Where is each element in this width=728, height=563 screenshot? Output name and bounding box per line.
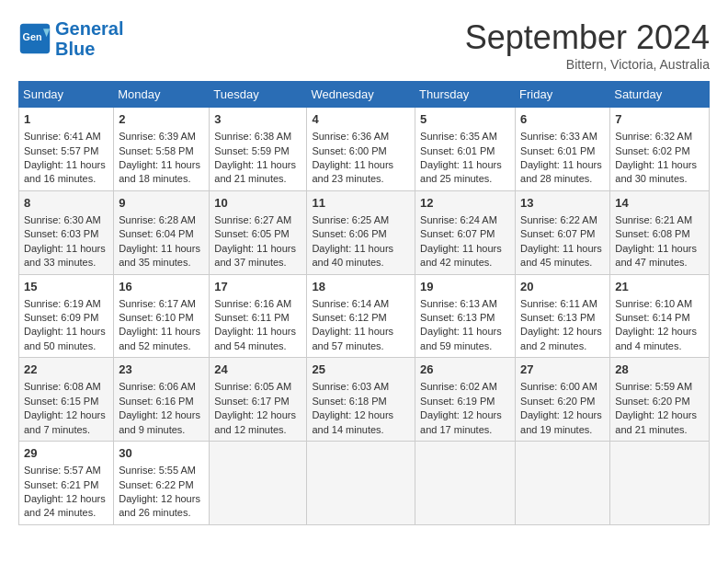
sunset-info: Sunset: 6:05 PM: [214, 228, 289, 239]
day-number: 7: [615, 111, 704, 128]
table-row: 9Sunrise: 6:28 AMSunset: 6:04 PMDaylight…: [114, 190, 210, 274]
logo-text: General Blue: [55, 18, 123, 59]
calendar-week-row: 29Sunrise: 5:57 AMSunset: 6:21 PMDayligh…: [19, 442, 710, 525]
table-row: [307, 442, 415, 525]
day-number: 17: [214, 279, 301, 295]
sunset-info: Sunset: 6:17 PM: [214, 396, 289, 407]
table-row: 17Sunrise: 6:16 AMSunset: 6:11 PMDayligh…: [210, 274, 307, 358]
day-number: 30: [119, 445, 204, 462]
day-number: 12: [420, 195, 510, 212]
sunrise-info: Sunrise: 6:00 AM: [520, 381, 597, 392]
sunset-info: Sunset: 6:04 PM: [119, 228, 193, 239]
sunrise-info: Sunrise: 6:38 AM: [214, 131, 291, 142]
daylight-info: Daylight: 11 hours and 33 minutes.: [24, 243, 106, 268]
table-row: 24Sunrise: 6:05 AMSunset: 6:17 PMDayligh…: [210, 358, 307, 442]
sunset-info: Sunset: 6:14 PM: [615, 312, 689, 323]
sunset-info: Sunset: 6:15 PM: [24, 396, 98, 407]
sunset-info: Sunset: 6:19 PM: [420, 396, 495, 407]
table-row: 27Sunrise: 6:00 AMSunset: 6:20 PMDayligh…: [516, 358, 610, 442]
day-number: 15: [24, 279, 108, 295]
table-row: 16Sunrise: 6:17 AMSunset: 6:10 PMDayligh…: [114, 274, 210, 358]
daylight-info: Daylight: 11 hours and 28 minutes.: [520, 159, 602, 184]
table-row: 26Sunrise: 6:02 AMSunset: 6:19 PMDayligh…: [415, 358, 516, 442]
daylight-info: Daylight: 12 hours and 26 minutes.: [119, 493, 200, 518]
day-number: 19: [420, 279, 510, 295]
day-number: 23: [119, 362, 204, 378]
table-row: 1Sunrise: 6:41 AMSunset: 5:57 PMDaylight…: [19, 108, 114, 191]
sunset-info: Sunset: 6:02 PM: [615, 145, 689, 156]
logo-general: General: [55, 18, 123, 39]
sunset-info: Sunset: 5:58 PM: [119, 145, 193, 156]
sunrise-info: Sunrise: 6:36 AM: [312, 131, 389, 142]
daylight-info: Daylight: 11 hours and 35 minutes.: [119, 243, 200, 268]
daylight-info: Daylight: 11 hours and 50 minutes.: [24, 326, 106, 350]
sunset-info: Sunset: 5:57 PM: [24, 145, 98, 156]
day-number: 8: [24, 195, 108, 212]
day-number: 3: [214, 111, 301, 128]
day-number: 22: [24, 362, 108, 378]
sunset-info: Sunset: 6:10 PM: [119, 312, 193, 323]
daylight-info: Daylight: 11 hours and 18 minutes.: [119, 159, 200, 184]
sunset-info: Sunset: 6:13 PM: [520, 312, 595, 323]
daylight-info: Daylight: 12 hours and 12 minutes.: [214, 409, 296, 434]
table-row: 5Sunrise: 6:35 AMSunset: 6:01 PMDaylight…: [415, 108, 516, 191]
table-row: 15Sunrise: 6:19 AMSunset: 6:09 PMDayligh…: [19, 274, 114, 358]
sunset-info: Sunset: 6:18 PM: [312, 396, 386, 407]
sunrise-info: Sunrise: 6:17 AM: [119, 298, 196, 309]
title-block: September 2024 Bittern, Victoria, Austra…: [465, 18, 710, 72]
day-number: 14: [615, 195, 704, 212]
table-row: 18Sunrise: 6:14 AMSunset: 6:12 PMDayligh…: [307, 274, 415, 358]
sunrise-info: Sunrise: 6:02 AM: [420, 381, 497, 392]
calendar-week-row: 22Sunrise: 6:08 AMSunset: 6:15 PMDayligh…: [19, 358, 710, 442]
table-row: 13Sunrise: 6:22 AMSunset: 6:07 PMDayligh…: [516, 190, 610, 274]
daylight-info: Daylight: 11 hours and 52 minutes.: [119, 326, 200, 350]
day-number: 27: [520, 362, 605, 378]
page-header: Gen General Blue September 2024 Bittern,…: [18, 18, 710, 72]
col-wednesday: Wednesday: [307, 82, 415, 108]
sunset-info: Sunset: 6:13 PM: [420, 312, 495, 323]
sunset-info: Sunset: 6:00 PM: [312, 145, 386, 156]
table-row: 30Sunrise: 5:55 AMSunset: 6:22 PMDayligh…: [114, 442, 210, 525]
sunset-info: Sunset: 6:20 PM: [520, 396, 595, 407]
calendar-week-row: 8Sunrise: 6:30 AMSunset: 6:03 PMDaylight…: [19, 190, 710, 274]
col-thursday: Thursday: [415, 82, 516, 108]
sunset-info: Sunset: 5:59 PM: [214, 145, 289, 156]
sunrise-info: Sunrise: 5:55 AM: [119, 465, 196, 476]
table-row: 29Sunrise: 5:57 AMSunset: 6:21 PMDayligh…: [19, 442, 114, 525]
logo-icon: Gen: [18, 22, 51, 55]
sunrise-info: Sunrise: 6:41 AM: [24, 131, 101, 142]
table-row: 25Sunrise: 6:03 AMSunset: 6:18 PMDayligh…: [307, 358, 415, 442]
table-row: 12Sunrise: 6:24 AMSunset: 6:07 PMDayligh…: [415, 190, 516, 274]
day-number: 25: [312, 362, 410, 378]
daylight-info: Daylight: 11 hours and 57 minutes.: [312, 326, 393, 350]
day-number: 20: [520, 279, 605, 295]
sunrise-info: Sunrise: 6:32 AM: [615, 131, 692, 142]
table-row: 8Sunrise: 6:30 AMSunset: 6:03 PMDaylight…: [19, 190, 114, 274]
location: Bittern, Victoria, Australia: [465, 57, 710, 72]
daylight-info: Daylight: 12 hours and 7 minutes.: [24, 409, 106, 434]
daylight-info: Daylight: 12 hours and 2 minutes.: [520, 326, 602, 350]
sunrise-info: Sunrise: 6:35 AM: [420, 131, 497, 142]
sunset-info: Sunset: 6:12 PM: [312, 312, 386, 323]
table-row: 14Sunrise: 6:21 AMSunset: 6:08 PMDayligh…: [610, 190, 710, 274]
sunrise-info: Sunrise: 6:24 AM: [420, 214, 497, 225]
sunset-info: Sunset: 6:09 PM: [24, 312, 98, 323]
daylight-info: Daylight: 12 hours and 24 minutes.: [24, 493, 106, 518]
col-monday: Monday: [114, 82, 210, 108]
day-number: 18: [312, 279, 410, 295]
sunrise-info: Sunrise: 6:33 AM: [520, 131, 597, 142]
day-number: 29: [24, 445, 108, 462]
day-number: 24: [214, 362, 301, 378]
day-number: 26: [420, 362, 510, 378]
col-tuesday: Tuesday: [210, 82, 307, 108]
daylight-info: Daylight: 11 hours and 45 minutes.: [520, 243, 602, 268]
sunrise-info: Sunrise: 6:13 AM: [420, 298, 497, 309]
daylight-info: Daylight: 12 hours and 4 minutes.: [615, 326, 697, 350]
col-sunday: Sunday: [19, 82, 114, 108]
table-row: 20Sunrise: 6:11 AMSunset: 6:13 PMDayligh…: [516, 274, 610, 358]
sunrise-info: Sunrise: 6:28 AM: [119, 214, 196, 225]
sunset-info: Sunset: 6:06 PM: [312, 228, 386, 239]
daylight-info: Daylight: 11 hours and 16 minutes.: [24, 159, 106, 184]
sunset-info: Sunset: 6:01 PM: [520, 145, 595, 156]
daylight-info: Daylight: 11 hours and 21 minutes.: [214, 159, 296, 184]
